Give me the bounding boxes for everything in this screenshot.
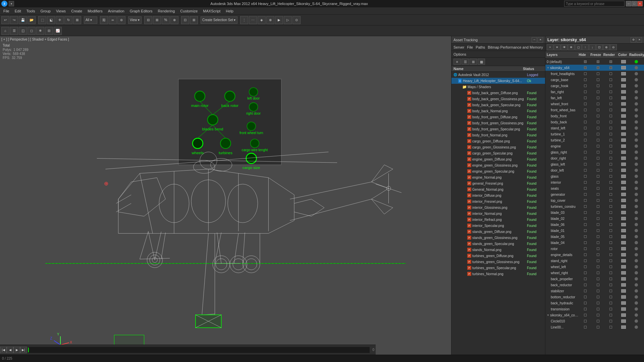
freeze-btn[interactable]: ❄ <box>36 27 44 35</box>
render-col[interactable] <box>604 66 617 69</box>
freeze-col[interactable] <box>592 78 604 81</box>
layer-item[interactable]: blade_02 <box>545 216 644 222</box>
hide-col-check[interactable] <box>584 97 587 99</box>
layers-move-down-btn[interactable]: ↓ <box>589 44 596 50</box>
asset-tree-item[interactable]: Pinterior_Diffuse.pngFound <box>451 192 545 198</box>
radiosity-col[interactable] <box>630 283 643 287</box>
radiosity-col[interactable] <box>630 301 643 305</box>
freeze-col-check[interactable] <box>597 296 599 298</box>
render-col[interactable] <box>604 296 617 298</box>
hide-col[interactable] <box>579 205 592 208</box>
color-swatch[interactable] <box>621 181 626 184</box>
hide-col[interactable] <box>579 199 592 202</box>
layer-item[interactable]: back_propeller <box>545 276 644 282</box>
render-col-check[interactable] <box>609 193 612 196</box>
asset-tree-item[interactable]: Pbody_front_green_Specular.pngFound <box>451 126 545 132</box>
hide-col[interactable] <box>579 320 592 322</box>
color-col[interactable] <box>617 150 630 154</box>
layer-item[interactable]: blade_04 <box>545 240 644 246</box>
hide-col-check[interactable] <box>584 103 587 105</box>
layer-item[interactable]: body_front <box>545 113 644 119</box>
hide-col[interactable] <box>579 229 592 232</box>
color-col[interactable] <box>617 72 630 75</box>
hide-col[interactable] <box>579 278 592 280</box>
menu-tools[interactable]: Tools <box>24 8 38 14</box>
freeze-col[interactable] <box>592 223 604 226</box>
color-col[interactable] <box>617 229 630 232</box>
color-col[interactable] <box>617 114 630 118</box>
next-frame-btn[interactable]: ▶| <box>20 347 27 353</box>
render-col[interactable] <box>604 320 617 322</box>
hide-col-check[interactable] <box>584 193 587 196</box>
layer-item[interactable]: back_reductor <box>545 282 644 288</box>
hide-col[interactable] <box>579 115 592 117</box>
freeze-col[interactable] <box>592 265 604 268</box>
render-col[interactable] <box>604 121 617 123</box>
freeze-col-check[interactable] <box>597 290 599 292</box>
layer-item[interactable]: stand_right <box>545 258 644 264</box>
radiosity-col[interactable] <box>630 96 643 100</box>
freeze-col[interactable] <box>592 60 604 63</box>
render-col-check[interactable] <box>609 90 612 93</box>
hide-col[interactable] <box>579 314 592 316</box>
asset-tree-item[interactable]: Pturbines_Normal.pngFound <box>451 271 545 277</box>
freeze-col[interactable] <box>592 121 604 123</box>
render-col-check[interactable] <box>609 169 612 172</box>
color-col[interactable] <box>617 120 630 124</box>
render-col[interactable] <box>604 157 617 160</box>
layer-item[interactable]: turbines_constru <box>545 203 644 209</box>
color-swatch[interactable] <box>621 90 626 94</box>
hide-col[interactable] <box>579 72 592 75</box>
radiosity-col[interactable] <box>630 307 643 311</box>
color-col[interactable] <box>617 247 630 250</box>
freeze-col[interactable] <box>592 272 604 274</box>
layer-item[interactable]: generator <box>545 191 644 197</box>
hide-col-check[interactable] <box>584 60 587 63</box>
color-col[interactable] <box>617 253 630 256</box>
hide-col[interactable] <box>579 157 592 160</box>
layer-item[interactable]: glass_right <box>545 149 644 155</box>
render-col[interactable] <box>604 115 617 117</box>
freeze-col-check[interactable] <box>597 90 599 93</box>
layer-item[interactable]: top_cover <box>545 197 644 203</box>
color-col[interactable] <box>617 283 630 287</box>
layers-add-btn[interactable]: ⊕ <box>603 44 610 50</box>
color-swatch[interactable] <box>621 96 626 100</box>
freeze-col[interactable] <box>592 229 604 232</box>
radiosity-col[interactable] <box>630 181 643 184</box>
color-col[interactable] <box>617 96 630 100</box>
color-swatch[interactable] <box>621 295 626 299</box>
asset-tree-item[interactable]: Pengine_Normal.pngFound <box>451 174 545 180</box>
freeze-col-check[interactable] <box>597 133 599 135</box>
radiosity-col[interactable] <box>630 120 643 124</box>
layer-item[interactable]: rotor <box>545 246 644 252</box>
hide-col[interactable] <box>579 308 592 310</box>
freeze-col-check[interactable] <box>597 121 599 123</box>
freeze-col-check[interactable] <box>597 60 599 63</box>
freeze-col-check[interactable] <box>597 235 599 238</box>
render-col-check[interactable] <box>609 235 612 238</box>
hide-col-check[interactable] <box>584 163 587 166</box>
radiosity-col[interactable] <box>630 150 643 154</box>
asset-menu-paths[interactable]: Paths <box>476 45 485 49</box>
hide-col-check[interactable] <box>584 253 587 256</box>
freeze-col-check[interactable] <box>597 284 599 286</box>
render-col[interactable] <box>604 109 617 111</box>
render-col-check[interactable] <box>609 265 612 268</box>
color-swatch[interactable] <box>621 144 626 148</box>
hide-col-check[interactable] <box>584 157 587 160</box>
color-swatch[interactable] <box>621 313 626 317</box>
radiosity-col[interactable] <box>630 247 643 250</box>
radiosity-col[interactable] <box>630 72 643 75</box>
color-col[interactable] <box>617 175 630 178</box>
radiosity-col[interactable] <box>630 126 643 130</box>
hide-col-check[interactable] <box>584 278 587 280</box>
layers-close-btn[interactable]: ✕ <box>637 37 642 43</box>
layer-item[interactable]: blade_06 <box>545 222 644 228</box>
layer-item[interactable]: engine_details <box>545 252 644 258</box>
layer-item[interactable]: engine <box>545 143 644 149</box>
asset-menu-bitmap[interactable]: Bitmap Performance and Memory <box>488 45 543 49</box>
layers-move-btn[interactable]: ↑ <box>582 44 589 50</box>
color-col[interactable] <box>617 78 630 81</box>
color-swatch[interactable] <box>621 138 626 142</box>
